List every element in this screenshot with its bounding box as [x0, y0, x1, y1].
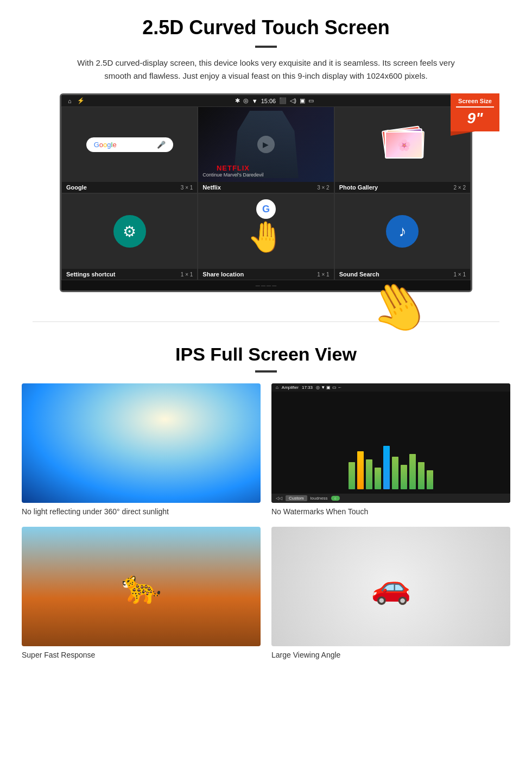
share-cell-content: G 🤚	[198, 194, 333, 269]
amp-time: 17:33	[302, 385, 313, 390]
hand-icon: 🤚	[247, 219, 284, 255]
amp-bar-2	[357, 451, 364, 489]
badge-corner	[451, 131, 499, 136]
amp-bar-8	[409, 454, 416, 489]
section1-title: 2.5D Curved Touch Screen	[33, 16, 499, 39]
settings-label-row: Settings shortcut 1 × 1	[62, 269, 197, 280]
time-display: 15:06	[261, 98, 276, 104]
camera-icon: ⬛	[279, 97, 287, 104]
voice-search-icon[interactable]: 🎤	[157, 141, 166, 149]
amp-title: Amplifier	[282, 385, 299, 390]
netflix-app-size: 3 × 2	[317, 185, 330, 191]
share-label-row: Share location 1 × 1	[198, 269, 333, 280]
usb-icon: ⚡	[77, 97, 85, 104]
share-app-size: 1 × 1	[317, 272, 330, 277]
feature-viewing-angle: 🚗 Large Viewing Angle	[271, 527, 510, 659]
gallery-label-row: Photo Gallery 2 × 2	[335, 182, 470, 193]
amp-home-icon: ⌂	[276, 385, 278, 390]
settings-icon: ⚙	[113, 215, 146, 248]
amp-toggle[interactable]: ○	[331, 496, 340, 501]
google-search-bar[interactable]: Google 🎤	[86, 137, 173, 152]
screen-size-badge: Screen Size 9"	[451, 93, 499, 131]
photo-layers: 🌸	[381, 123, 424, 166]
section1-description: With 2.5D curved-display screen, this de…	[76, 56, 456, 83]
gmaps-icon-wrap: G	[256, 199, 276, 219]
feature-image-sunlight	[22, 383, 261, 503]
feature-no-watermarks: ⌂ Amplifier 17:33 ◎ ▼ ▣ ▭ ←	[271, 383, 510, 516]
feature-fast-response: 🐆 Super Fast Response	[22, 527, 261, 659]
title-divider	[255, 46, 277, 48]
amplifier-graphic: ⌂ Amplifier 17:33 ◎ ▼ ▣ ▭ ←	[271, 383, 510, 503]
amp-bar-7	[401, 465, 407, 489]
volume-icon: ◁)	[290, 97, 296, 104]
amp-custom-button[interactable]: Custom	[286, 495, 307, 501]
feature-no-light: No light reflecting under 360° direct su…	[22, 383, 261, 516]
app-cell-sound-search[interactable]: ♪ Sound Search 1 × 1	[334, 193, 471, 280]
feature-caption-angle: Large Viewing Angle	[271, 651, 510, 659]
app-cell-google[interactable]: Google 🎤 Google 3 × 1	[61, 106, 198, 193]
google-logo: Google	[94, 141, 117, 149]
google-app-label: Google	[66, 184, 87, 191]
section-curved-screen: 2.5D Curved Touch Screen With 2.5D curve…	[0, 0, 532, 305]
app-cell-netflix[interactable]: ▶ NETFLIX Continue Marvel's Daredevil Ne…	[198, 106, 334, 193]
gallery-app-size: 2 × 2	[453, 185, 466, 191]
gallery-app-label: Photo Gallery	[339, 184, 378, 191]
netflix-app-label: Netflix	[202, 184, 221, 191]
feature-grid: No light reflecting under 360° direct su…	[22, 383, 510, 659]
google-label-row: Google 3 × 1	[62, 182, 197, 193]
wifi-icon: ▼	[252, 98, 258, 104]
amp-status-bar: ⌂ Amplifier 17:33 ◎ ▼ ▣ ▭ ←	[271, 383, 510, 392]
sound-label-row: Sound Search 1 × 1	[335, 269, 470, 280]
pagination-dots: — — — —	[61, 280, 471, 291]
amp-bar-6	[392, 457, 398, 489]
ips-title-divider	[255, 370, 277, 373]
amp-bar-5	[383, 446, 390, 489]
app-cell-share-location[interactable]: G 🤚 Share location 1 × 1	[198, 193, 334, 280]
sound-search-icon: ♪	[386, 215, 419, 248]
google-cell-content: Google 🎤	[62, 107, 197, 182]
share-app-label: Share location	[202, 271, 244, 277]
amp-bottom-bar: ◁◁ Custom loudness ○	[271, 494, 510, 503]
badge-size: 9"	[456, 110, 494, 127]
section-ips: IPS Full Screen View No light reflecting…	[0, 338, 532, 676]
section2-title: IPS Full Screen View	[22, 344, 510, 365]
amp-bar-4	[375, 468, 381, 489]
settings-cell-content: ⚙	[62, 194, 197, 269]
home-icon[interactable]: ⌂	[68, 98, 72, 104]
google-maps-icon: G	[256, 199, 276, 219]
netflix-subtitle: Continue Marvel's Daredevil	[202, 172, 263, 178]
feature-image-car: 🚗	[271, 527, 510, 646]
location-icon: ◎	[243, 97, 249, 104]
amp-equalizer-bars	[271, 392, 510, 494]
status-center: ✱ ◎ ▼ 15:06 ⬛ ◁) ▣ ▭	[235, 97, 314, 104]
sky-graphic	[22, 383, 261, 503]
photo-top: 🌸	[385, 131, 423, 159]
netflix-info: NETFLIX Continue Marvel's Daredevil	[202, 164, 263, 178]
bluetooth-icon: ✱	[235, 97, 240, 104]
google-app-size: 3 × 1	[181, 185, 193, 191]
amp-bar-10	[427, 470, 433, 489]
settings-app-size: 1 × 1	[181, 272, 193, 277]
status-bar: ⌂ ⚡ ✱ ◎ ▼ 15:06 ⬛ ◁) ▣ ▭	[61, 95, 471, 106]
netflix-label-row: Netflix 3 × 2	[198, 182, 333, 193]
amp-back-icon: ◁◁	[276, 496, 282, 501]
device-mockup: Screen Size 9" ⌂ ⚡ ✱ ◎ ▼ 15:06 ⬛ ◁) ▣	[60, 93, 472, 292]
amp-bar-3	[366, 459, 372, 489]
gallery-cell-content: 🌸	[335, 107, 470, 182]
sound-app-label: Sound Search	[339, 271, 379, 277]
photo-stack: 🌸	[381, 123, 424, 166]
sound-cell-content: ♪	[335, 194, 470, 269]
amp-loudness-label: loudness	[311, 496, 328, 501]
amp-bar-9	[418, 462, 425, 489]
device-screen: ⌂ ⚡ ✱ ◎ ▼ 15:06 ⬛ ◁) ▣ ▭	[60, 93, 472, 292]
sound-app-size: 1 × 1	[453, 272, 466, 277]
amp-bar-1	[349, 462, 355, 489]
feature-image-amplifier: ⌂ Amplifier 17:33 ◎ ▼ ▣ ▭ ←	[271, 383, 510, 503]
section-divider	[33, 321, 499, 322]
app-cell-settings[interactable]: ⚙ Settings shortcut 1 × 1	[61, 193, 198, 280]
app-grid: Google 🎤 Google 3 × 1 ▶	[61, 106, 471, 280]
car-graphic: 🚗	[271, 527, 510, 646]
badge-label: Screen Size	[456, 98, 494, 104]
settings-app-label: Settings shortcut	[66, 271, 115, 277]
netflix-logo: NETFLIX	[202, 164, 263, 172]
